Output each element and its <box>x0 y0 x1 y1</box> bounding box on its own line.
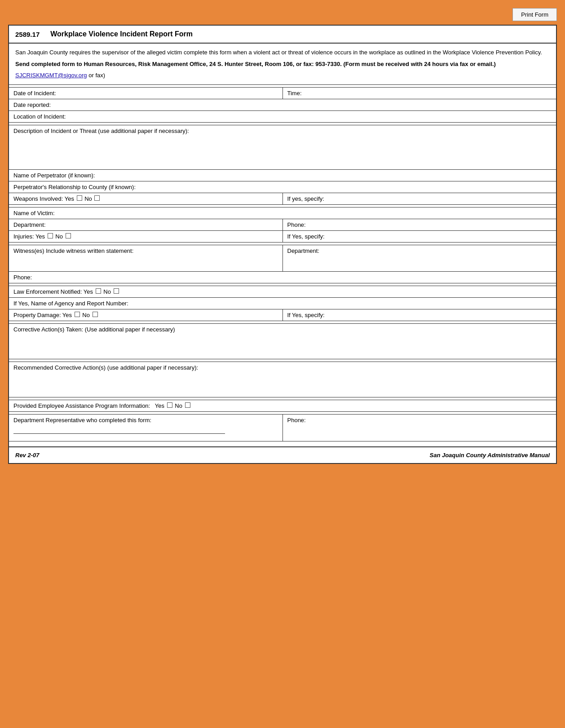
weapons-yes-checkbox[interactable] <box>77 195 82 201</box>
intro-bold: Send completed form to Human Resources, … <box>15 60 550 69</box>
form-fields-table: Date of Incident: Time: Date reported: L… <box>9 85 556 447</box>
witness-dept-cell: Department: <box>282 245 556 272</box>
dept-rep-phone-cell: Phone: <box>282 415 556 441</box>
victim-name-input[interactable] <box>56 210 406 216</box>
location-input[interactable] <box>67 113 444 120</box>
perpetrator-name-input[interactable] <box>97 172 419 179</box>
form-container: 2589.17 Workplace Violence Incident Repo… <box>8 25 557 464</box>
date-reported-row: Date reported: <box>9 99 556 111</box>
law-enforcement-no-checkbox[interactable] <box>114 288 119 294</box>
property-damage-no-checkbox[interactable] <box>93 312 98 317</box>
witness-phone-row: Phone: <box>9 272 556 283</box>
dept-rep-label: Department Representative who completed … <box>13 417 278 424</box>
revision-label: Rev 2-07 <box>15 452 39 459</box>
witness-phone-cell: Phone: <box>9 272 556 283</box>
recommended-corrective-label: Recommended Corrective Action(s) (use ad… <box>13 364 552 371</box>
date-reported-cell: Date reported: <box>9 99 556 111</box>
weapons-cell: Weapons Involved: Yes No <box>9 193 282 205</box>
form-header: 2589.17 Workplace Violence Incident Repo… <box>9 26 556 44</box>
dept-rep-phone-input[interactable] <box>307 417 466 424</box>
witnesses-cell: Witness(es) Include witness written stat… <box>9 245 282 272</box>
witnesses-row: Witness(es) Include witness written stat… <box>9 245 556 272</box>
witness-dept-input[interactable] <box>321 247 480 254</box>
weapons-no-label: No <box>84 195 92 202</box>
injuries-no-checkbox[interactable] <box>66 233 71 238</box>
injuries-yes-checkbox[interactable] <box>48 233 53 238</box>
recommended-corrective-row: Recommended Corrective Action(s) (use ad… <box>9 362 556 397</box>
property-damage-label: Property Damage: Yes <box>13 312 72 318</box>
property-damage-specify-input[interactable] <box>326 312 472 318</box>
law-enforcement-yes-checkbox[interactable] <box>96 288 101 294</box>
law-enforcement-cell: Law Enforcement Notified: Yes No <box>9 286 556 298</box>
victim-name-row: Name of Victim: <box>9 207 556 219</box>
perpetrator-rel-cell: Perpetrator's Relationship to County (if… <box>9 181 556 193</box>
injuries-specify-label: If Yes, specify: <box>287 233 325 240</box>
description-textarea[interactable] <box>13 134 552 166</box>
time-input[interactable] <box>303 90 462 97</box>
perpetrator-rel-input[interactable] <box>137 184 433 190</box>
time-label: Time: <box>287 90 302 97</box>
property-damage-no-label: No <box>82 312 90 318</box>
perpetrator-name-cell: Name of Perpetrator (if known): <box>9 170 556 181</box>
property-damage-specify-cell: If Yes, specify: <box>282 309 556 321</box>
phone-input[interactable] <box>307 221 466 228</box>
description-cell: Description of Incident or Threat (use a… <box>9 125 556 170</box>
property-damage-cell: Property Damage: Yes No <box>9 309 282 321</box>
property-damage-specify-label: If Yes, specify: <box>287 312 325 318</box>
weapons-no-checkbox[interactable] <box>94 195 100 201</box>
date-reported-input[interactable] <box>53 101 429 108</box>
law-enforcement-label: Law Enforcement Notified: Yes <box>13 288 93 295</box>
employee-assistance-row: Provided Employee Assistance Program Inf… <box>9 400 556 412</box>
agency-label: If Yes, Name of Agency and Report Number… <box>13 300 128 307</box>
date-of-incident-input[interactable] <box>57 90 216 97</box>
location-label: Location of Incident: <box>13 113 66 120</box>
perpetrator-name-row: Name of Perpetrator (if known): <box>9 170 556 181</box>
victim-name-label: Name of Victim: <box>13 210 55 216</box>
recommended-corrective-textarea[interactable] <box>13 371 552 393</box>
dept-phone-row: Department: Phone: <box>9 219 556 231</box>
form-footer: Rev 2-07 San Joaquin County Administrati… <box>9 447 556 463</box>
witnesses-textarea[interactable] <box>13 254 278 268</box>
corrective-action-label: Corrective Action(s) Taken: (Use additio… <box>13 326 552 333</box>
weapons-specify-cell: If yes, specify: <box>282 193 556 205</box>
weapons-specify-input[interactable] <box>326 195 472 202</box>
dept-rep-cell: Department Representative who completed … <box>9 415 282 441</box>
intro-link-line: SJCRISKMGMT@sjgov.org or fax) <box>15 71 550 80</box>
intro-paragraph: San Joaquin County requires the supervis… <box>15 48 550 57</box>
perpetrator-name-label: Name of Perpetrator (if known): <box>13 172 95 179</box>
agency-row: If Yes, Name of Agency and Report Number… <box>9 298 556 309</box>
witness-phone-input[interactable] <box>34 274 411 281</box>
email-link[interactable]: SJCRISKMGMT@sjgov.org <box>15 72 87 79</box>
corrective-action-textarea[interactable] <box>13 333 552 355</box>
date-of-incident-label: Date of Incident: <box>13 90 56 97</box>
print-button[interactable]: Print Form <box>512 8 557 21</box>
witness-phone-label: Phone: <box>13 274 32 281</box>
department-input[interactable] <box>47 221 206 228</box>
victim-name-cell: Name of Victim: <box>9 207 556 219</box>
corrective-action-row: Corrective Action(s) Taken: (Use additio… <box>9 324 556 359</box>
injuries-no-label: No <box>55 233 63 240</box>
injuries-specify-input[interactable] <box>326 233 472 240</box>
employee-assistance-yes-checkbox[interactable] <box>167 402 172 408</box>
recommended-corrective-cell: Recommended Corrective Action(s) (use ad… <box>9 362 556 397</box>
manual-label: San Joaquin County Administrative Manual <box>430 452 550 459</box>
agency-cell: If Yes, Name of Agency and Report Number… <box>9 298 556 309</box>
injuries-label: Injuries: Yes <box>13 233 45 240</box>
weapons-row: Weapons Involved: Yes No If yes, specify… <box>9 193 556 205</box>
witnesses-label: Witness(es) Include witness written stat… <box>13 247 133 254</box>
form-number: 2589.17 <box>15 31 40 38</box>
injuries-specify-cell: If Yes, specify: <box>282 231 556 243</box>
description-label: Description of Incident or Threat (use a… <box>13 128 552 134</box>
phone-label: Phone: <box>287 221 306 228</box>
perpetrator-rel-label: Perpetrator's Relationship to County (if… <box>13 184 136 190</box>
property-damage-yes-checkbox[interactable] <box>75 312 80 317</box>
employee-assistance-cell: Provided Employee Assistance Program Inf… <box>9 400 556 412</box>
department-label: Department: <box>13 221 46 228</box>
employee-assistance-no-label: No <box>175 402 182 409</box>
dept-rep-row: Department Representative who completed … <box>9 415 556 441</box>
employee-assistance-no-checkbox[interactable] <box>185 402 190 408</box>
dept-cell: Department: <box>9 219 282 231</box>
injuries-row: Injuries: Yes No If Yes, specify: <box>9 231 556 243</box>
phone-cell: Phone: <box>282 219 556 231</box>
agency-input[interactable] <box>130 300 399 307</box>
